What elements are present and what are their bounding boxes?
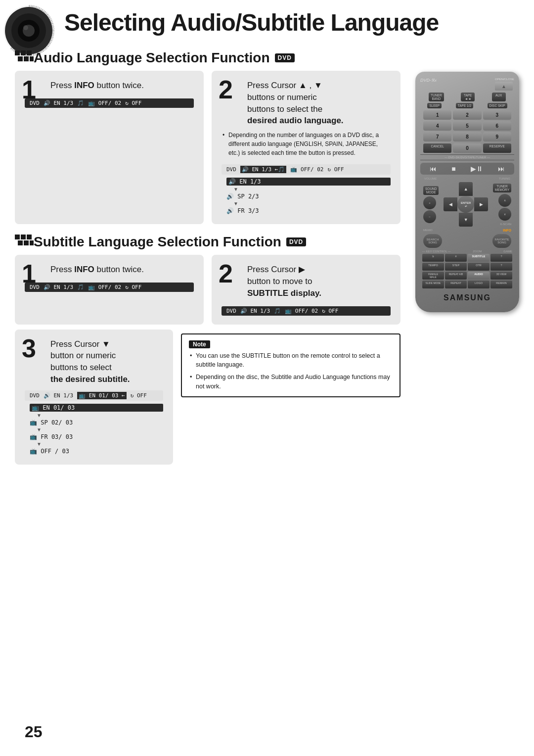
play-pause-button[interactable]: ▶⏸ xyxy=(471,165,483,173)
female-male-button[interactable]: FEMALEMALE xyxy=(422,272,444,280)
page-title: Selecting Audio/Subtitle Language xyxy=(64,9,439,36)
aux-button[interactable]: AUX xyxy=(492,93,506,101)
audio-step1-content: Press INFO button twice. xyxy=(50,80,194,92)
svg-rect-17 xyxy=(27,235,32,239)
step-button[interactable]: STEP xyxy=(445,263,467,271)
page-header: 0101010101010101010 01010101010101010101… xyxy=(0,0,534,41)
misc-btn2[interactable]: ? xyxy=(490,263,512,271)
side-buttons-row[interactable]: SEARCHSONG FAVORITESONG xyxy=(423,234,511,248)
memo-info-labels: MEMO INFO xyxy=(420,229,514,232)
tuning-up[interactable]: ∧ xyxy=(498,194,511,207)
audio-step1-box: 1 Press INFO button twice. DVD 🔊 EN 1/3 … xyxy=(15,71,204,224)
repeat-button[interactable]: REPEAT xyxy=(445,281,467,288)
remain-button[interactable]: REMAIN xyxy=(490,281,512,288)
tempo-button[interactable]: TEMPO xyxy=(422,263,444,271)
transport-controls[interactable]: ⏮ ■ ▶⏸ ⏭ xyxy=(420,163,514,175)
num-4[interactable]: 4 xyxy=(423,121,451,131)
subtitle-steps-12-row: 1 Press INFO button twice. DVD 🔊 EN 1/3 … xyxy=(15,255,400,324)
3d-view-button[interactable]: 3D VIEW xyxy=(490,272,512,280)
audio-lang-arrow1: ▼ xyxy=(233,187,391,192)
dpad-right[interactable]: ▶ xyxy=(474,197,488,211)
svg-rect-13 xyxy=(24,56,29,61)
subtitle-step1-content: Press INFO button twice. xyxy=(50,264,194,276)
tuner-button[interactable]: TUNERBAND xyxy=(429,93,444,101)
num-8[interactable]: 8 xyxy=(453,132,481,142)
num-0[interactable]: 0 xyxy=(453,143,481,153)
stop-button[interactable]: ■ xyxy=(451,165,455,173)
repeat-ab-button[interactable]: REPEAT A/B xyxy=(445,272,467,280)
misc-btn1[interactable]: ? xyxy=(490,254,512,262)
subtitle-section-icon xyxy=(15,235,34,249)
svg-rect-16 xyxy=(21,235,26,239)
subtitle-section-header: Subtitle Language Selection Function DVD xyxy=(15,234,400,250)
prev-button[interactable]: ⏮ xyxy=(430,165,437,173)
favorite-song-button[interactable]: FAVORITESONG xyxy=(492,234,511,248)
subtitle-lang-list: 📺 EN 01/ 03 ▼ 📺 SP 02/ 03 ▼ 📺 FR 03/ 03 … xyxy=(30,404,163,455)
subtitle-lang-item-fr: 📺 FR 03/ 03 xyxy=(30,433,163,440)
num-1[interactable]: 1 xyxy=(423,110,451,120)
subtitle-step1-number: 1 xyxy=(22,261,36,286)
remote-top-buttons[interactable]: TUNERBAND TAPE◄◄ AUX xyxy=(420,93,514,101)
remote-mid-buttons[interactable]: SLEEP TAPE 1/2 DISC SKIP xyxy=(420,103,514,108)
b-button[interactable]: b xyxy=(422,254,444,262)
tuner-memory-button[interactable]: TUNERMEMORY xyxy=(493,184,511,192)
audio-step2-content: Press Cursor ▲ , ▼ buttons or numeric bu… xyxy=(247,80,391,127)
subtitle-step3-box: 3 Press Cursor ▼ button or numeric butto… xyxy=(15,330,173,465)
hash-button[interactable]: # xyxy=(445,254,467,262)
tape12-button[interactable]: TAPE 1/2 xyxy=(456,103,473,108)
num-7[interactable]: 7 xyxy=(423,132,451,142)
sleep-button[interactable]: SLEEP xyxy=(427,103,442,108)
subtitle-dvd-badge: DVD xyxy=(286,237,306,246)
num-6[interactable]: 6 xyxy=(483,121,511,131)
audio-lang-list: 🔊 EN 1/3 ▼ 🔊 SP 2/3 ▼ 🔊 FR 3/3 xyxy=(226,178,391,214)
num-3[interactable]: 3 xyxy=(483,110,511,120)
audio-button[interactable]: AUDIO xyxy=(468,272,490,280)
vol-tuning-labels: VOLUME TUNING xyxy=(420,177,514,180)
dpad-enter[interactable]: ENTER↵ xyxy=(457,196,474,213)
subtitle-step2-content: Press Cursor ▶ button to move to SUBTITL… xyxy=(247,264,391,299)
vol-tuning-row[interactable]: SOUNDMODE + − ▲ ▼ ◀ ▶ ENTER↵ TUNERMEMORY… xyxy=(423,182,511,227)
audio-dvd-badge: DVD xyxy=(275,53,295,62)
disc-skip-button[interactable]: DISC SKIP xyxy=(488,103,507,108)
audio-lang-arrow2: ▼ xyxy=(233,201,391,206)
cancel-zero-reserve[interactable]: CANCEL 0 RESERVE xyxy=(423,143,511,153)
remote-brand-label: DVD-ℜx xyxy=(420,78,437,83)
sound-mode-button[interactable]: SOUNDMODE xyxy=(423,186,439,195)
remote-control: DVD-ℜx OPEN/CLOSE ▲ TUNERBAND TAPE◄◄ AUX… xyxy=(415,72,519,312)
next-button[interactable]: ⏭ xyxy=(498,165,505,173)
audio-step1-osd: DVD 🔊 EN 1/3 🎵 📺 OFF/ 02 ↻ OFF xyxy=(25,98,194,108)
tuning-down[interactable]: ∨ xyxy=(498,208,511,221)
subtitle-button[interactable]: SUBTITLE xyxy=(468,254,490,262)
reserve-button[interactable]: RESERVE xyxy=(483,143,511,153)
svg-rect-20 xyxy=(30,240,34,245)
logo-button[interactable]: LOGO xyxy=(468,281,490,288)
vol-down[interactable]: − xyxy=(423,210,436,223)
note-label: Note xyxy=(189,340,210,348)
tuner-memory-area[interactable]: TUNERMEMORY ∧ ∨ X-SCAN xyxy=(493,184,511,226)
tape-button[interactable]: TAPE◄◄ xyxy=(461,93,475,101)
svg-rect-9 xyxy=(15,50,20,55)
sound-mode-area[interactable]: SOUNDMODE + − xyxy=(423,186,439,223)
dpad-down[interactable]: ▼ xyxy=(459,213,473,227)
audio-step2-number: 2 xyxy=(219,77,233,102)
vol-up[interactable]: + xyxy=(423,196,436,209)
otr-button[interactable]: OTR xyxy=(468,263,490,271)
num-2[interactable]: 2 xyxy=(453,110,481,120)
subtitle-step2-box: 2 Press Cursor ▶ button to move to SUBTI… xyxy=(212,255,400,324)
key-grid[interactable]: b # SUBTITLE ? TEMPO STEP OTR ? FEMALEMA… xyxy=(422,254,512,288)
num-5[interactable]: 5 xyxy=(453,121,481,131)
number-pad[interactable]: 1 2 3 4 5 6 7 8 9 xyxy=(423,110,511,142)
num-9[interactable]: 9 xyxy=(483,132,511,142)
dpad-area[interactable]: ▲ ▼ ◀ ▶ ENTER↵ xyxy=(444,182,488,227)
subtitle-lang-item-off: 📺 OFF / 03 xyxy=(30,448,163,455)
svg-rect-18 xyxy=(18,240,23,245)
dpad-left[interactable]: ◀ xyxy=(444,197,457,211)
slide-mode-button[interactable]: SLIDE MODE xyxy=(422,281,444,288)
cancel-button[interactable]: CANCEL xyxy=(423,143,451,153)
svg-rect-10 xyxy=(21,50,26,55)
dpad-up[interactable]: ▲ xyxy=(459,182,473,196)
search-song-button[interactable]: SEARCHSONG xyxy=(423,234,442,248)
audio-section-icon xyxy=(15,50,34,65)
audio-lang-item-sp: 🔊 SP 2/3 xyxy=(226,193,391,200)
key-control-section[interactable]: — KEY CONTROL — ZOOM GAME b # SUBTITLE ?… xyxy=(422,250,512,288)
